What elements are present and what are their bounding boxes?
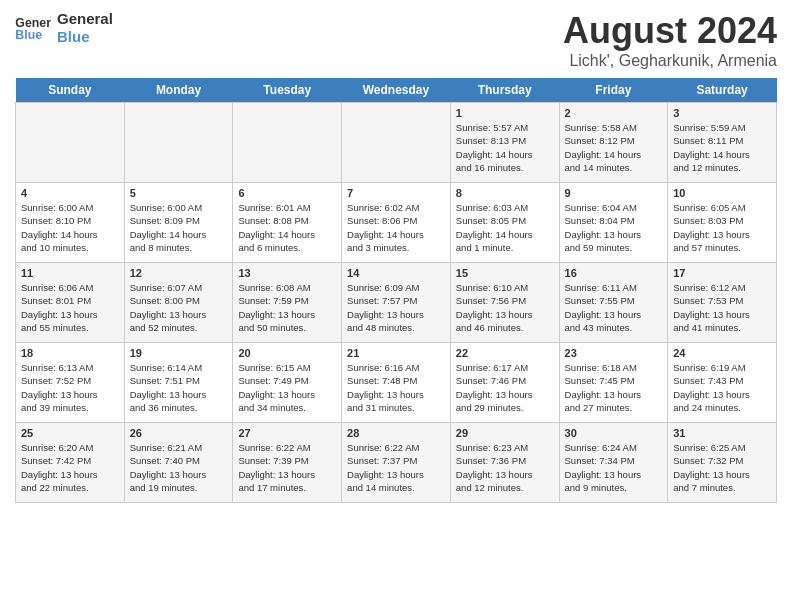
day-number: 12 <box>130 267 228 279</box>
day-number: 20 <box>238 347 336 359</box>
header-row: SundayMondayTuesdayWednesdayThursdayFrid… <box>16 78 777 103</box>
day-number: 27 <box>238 427 336 439</box>
day-info: Sunrise: 6:18 AM Sunset: 7:45 PM Dayligh… <box>565 361 663 414</box>
logo-icon: General Blue <box>15 13 51 43</box>
day-info: Sunrise: 6:16 AM Sunset: 7:48 PM Dayligh… <box>347 361 445 414</box>
day-info: Sunrise: 6:22 AM Sunset: 7:39 PM Dayligh… <box>238 441 336 494</box>
day-number: 4 <box>21 187 119 199</box>
calendar-cell: 30Sunrise: 6:24 AM Sunset: 7:34 PM Dayli… <box>559 423 668 503</box>
day-info: Sunrise: 6:23 AM Sunset: 7:36 PM Dayligh… <box>456 441 554 494</box>
calendar-cell: 7Sunrise: 6:02 AM Sunset: 8:06 PM Daylig… <box>342 183 451 263</box>
day-info: Sunrise: 6:07 AM Sunset: 8:00 PM Dayligh… <box>130 281 228 334</box>
column-header-friday: Friday <box>559 78 668 103</box>
day-info: Sunrise: 6:17 AM Sunset: 7:46 PM Dayligh… <box>456 361 554 414</box>
day-info: Sunrise: 6:03 AM Sunset: 8:05 PM Dayligh… <box>456 201 554 254</box>
calendar-table: SundayMondayTuesdayWednesdayThursdayFrid… <box>15 78 777 503</box>
column-header-tuesday: Tuesday <box>233 78 342 103</box>
column-header-sunday: Sunday <box>16 78 125 103</box>
calendar-cell: 24Sunrise: 6:19 AM Sunset: 7:43 PM Dayli… <box>668 343 777 423</box>
week-row-4: 18Sunrise: 6:13 AM Sunset: 7:52 PM Dayli… <box>16 343 777 423</box>
column-header-wednesday: Wednesday <box>342 78 451 103</box>
week-row-5: 25Sunrise: 6:20 AM Sunset: 7:42 PM Dayli… <box>16 423 777 503</box>
day-number: 17 <box>673 267 771 279</box>
calendar-cell: 12Sunrise: 6:07 AM Sunset: 8:00 PM Dayli… <box>124 263 233 343</box>
day-number: 1 <box>456 107 554 119</box>
column-header-thursday: Thursday <box>450 78 559 103</box>
day-info: Sunrise: 6:24 AM Sunset: 7:34 PM Dayligh… <box>565 441 663 494</box>
day-info: Sunrise: 6:01 AM Sunset: 8:08 PM Dayligh… <box>238 201 336 254</box>
day-number: 9 <box>565 187 663 199</box>
day-number: 7 <box>347 187 445 199</box>
day-number: 28 <box>347 427 445 439</box>
day-number: 25 <box>21 427 119 439</box>
day-info: Sunrise: 6:05 AM Sunset: 8:03 PM Dayligh… <box>673 201 771 254</box>
day-info: Sunrise: 6:25 AM Sunset: 7:32 PM Dayligh… <box>673 441 771 494</box>
title-block: August 2024 Lichk', Gegharkunik, Armenia <box>563 10 777 70</box>
page: General Blue General Blue August 2024 Li… <box>0 0 792 513</box>
week-row-2: 4Sunrise: 6:00 AM Sunset: 8:10 PM Daylig… <box>16 183 777 263</box>
calendar-cell: 29Sunrise: 6:23 AM Sunset: 7:36 PM Dayli… <box>450 423 559 503</box>
day-number: 29 <box>456 427 554 439</box>
day-number: 10 <box>673 187 771 199</box>
day-number: 11 <box>21 267 119 279</box>
calendar-cell: 28Sunrise: 6:22 AM Sunset: 7:37 PM Dayli… <box>342 423 451 503</box>
day-info: Sunrise: 6:15 AM Sunset: 7:49 PM Dayligh… <box>238 361 336 414</box>
calendar-cell: 17Sunrise: 6:12 AM Sunset: 7:53 PM Dayli… <box>668 263 777 343</box>
day-number: 8 <box>456 187 554 199</box>
day-number: 18 <box>21 347 119 359</box>
calendar-cell: 11Sunrise: 6:06 AM Sunset: 8:01 PM Dayli… <box>16 263 125 343</box>
calendar-cell: 22Sunrise: 6:17 AM Sunset: 7:46 PM Dayli… <box>450 343 559 423</box>
day-info: Sunrise: 6:06 AM Sunset: 8:01 PM Dayligh… <box>21 281 119 334</box>
calendar-cell: 25Sunrise: 6:20 AM Sunset: 7:42 PM Dayli… <box>16 423 125 503</box>
calendar-cell: 15Sunrise: 6:10 AM Sunset: 7:56 PM Dayli… <box>450 263 559 343</box>
day-info: Sunrise: 6:14 AM Sunset: 7:51 PM Dayligh… <box>130 361 228 414</box>
column-header-monday: Monday <box>124 78 233 103</box>
day-info: Sunrise: 5:58 AM Sunset: 8:12 PM Dayligh… <box>565 121 663 174</box>
column-header-saturday: Saturday <box>668 78 777 103</box>
day-number: 6 <box>238 187 336 199</box>
day-number: 13 <box>238 267 336 279</box>
calendar-cell: 23Sunrise: 6:18 AM Sunset: 7:45 PM Dayli… <box>559 343 668 423</box>
day-info: Sunrise: 6:13 AM Sunset: 7:52 PM Dayligh… <box>21 361 119 414</box>
day-info: Sunrise: 5:59 AM Sunset: 8:11 PM Dayligh… <box>673 121 771 174</box>
week-row-1: 1Sunrise: 5:57 AM Sunset: 8:13 PM Daylig… <box>16 103 777 183</box>
calendar-cell: 18Sunrise: 6:13 AM Sunset: 7:52 PM Dayli… <box>16 343 125 423</box>
day-info: Sunrise: 6:08 AM Sunset: 7:59 PM Dayligh… <box>238 281 336 334</box>
day-info: Sunrise: 6:00 AM Sunset: 8:09 PM Dayligh… <box>130 201 228 254</box>
calendar-cell: 20Sunrise: 6:15 AM Sunset: 7:49 PM Dayli… <box>233 343 342 423</box>
day-number: 31 <box>673 427 771 439</box>
calendar-cell: 9Sunrise: 6:04 AM Sunset: 8:04 PM Daylig… <box>559 183 668 263</box>
day-number: 21 <box>347 347 445 359</box>
day-number: 14 <box>347 267 445 279</box>
day-number: 22 <box>456 347 554 359</box>
day-number: 26 <box>130 427 228 439</box>
logo-blue: Blue <box>57 28 113 46</box>
calendar-cell <box>342 103 451 183</box>
logo: General Blue General Blue <box>15 10 113 46</box>
subtitle: Lichk', Gegharkunik, Armenia <box>563 52 777 70</box>
svg-text:Blue: Blue <box>15 28 42 42</box>
calendar-cell: 14Sunrise: 6:09 AM Sunset: 7:57 PM Dayli… <box>342 263 451 343</box>
day-number: 5 <box>130 187 228 199</box>
day-number: 30 <box>565 427 663 439</box>
day-number: 23 <box>565 347 663 359</box>
calendar-cell: 4Sunrise: 6:00 AM Sunset: 8:10 PM Daylig… <box>16 183 125 263</box>
calendar-cell: 31Sunrise: 6:25 AM Sunset: 7:32 PM Dayli… <box>668 423 777 503</box>
day-info: Sunrise: 6:11 AM Sunset: 7:55 PM Dayligh… <box>565 281 663 334</box>
calendar-cell <box>233 103 342 183</box>
calendar-cell: 21Sunrise: 6:16 AM Sunset: 7:48 PM Dayli… <box>342 343 451 423</box>
day-number: 24 <box>673 347 771 359</box>
day-number: 3 <box>673 107 771 119</box>
day-info: Sunrise: 6:19 AM Sunset: 7:43 PM Dayligh… <box>673 361 771 414</box>
day-info: Sunrise: 6:04 AM Sunset: 8:04 PM Dayligh… <box>565 201 663 254</box>
calendar-cell <box>16 103 125 183</box>
calendar-cell: 16Sunrise: 6:11 AM Sunset: 7:55 PM Dayli… <box>559 263 668 343</box>
day-info: Sunrise: 6:12 AM Sunset: 7:53 PM Dayligh… <box>673 281 771 334</box>
header: General Blue General Blue August 2024 Li… <box>15 10 777 70</box>
calendar-cell: 2Sunrise: 5:58 AM Sunset: 8:12 PM Daylig… <box>559 103 668 183</box>
calendar-cell: 10Sunrise: 6:05 AM Sunset: 8:03 PM Dayli… <box>668 183 777 263</box>
day-info: Sunrise: 6:21 AM Sunset: 7:40 PM Dayligh… <box>130 441 228 494</box>
day-info: Sunrise: 6:00 AM Sunset: 8:10 PM Dayligh… <box>21 201 119 254</box>
main-title: August 2024 <box>563 10 777 52</box>
day-info: Sunrise: 6:10 AM Sunset: 7:56 PM Dayligh… <box>456 281 554 334</box>
